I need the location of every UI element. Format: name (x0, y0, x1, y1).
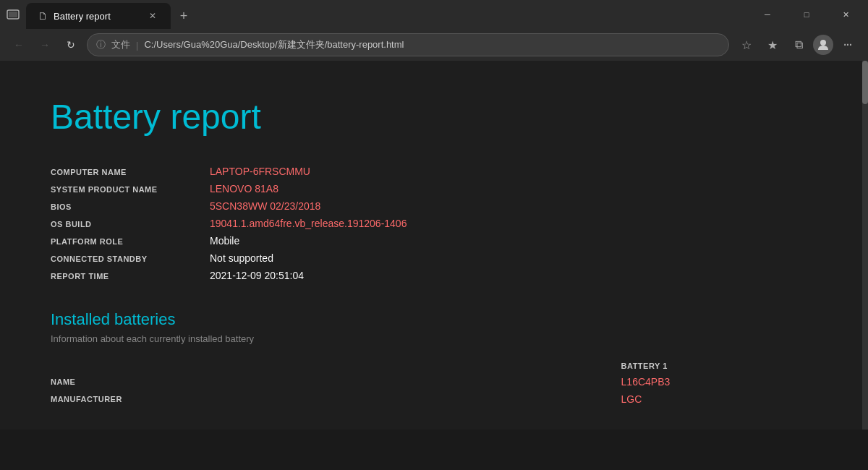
info-row: COMPUTER NAMELAPTOP-6FRSCMMU (51, 166, 817, 177)
toolbar-icons: ☆ ★ ⧉ ··· (735, 33, 859, 56)
forward-button[interactable]: → (35, 35, 55, 55)
info-icon: ⓘ (96, 38, 106, 51)
tab-title: Battery report (54, 11, 140, 22)
refresh-button[interactable]: ↻ (61, 35, 81, 55)
address-bar[interactable]: ⓘ 文件 | C:/Users/Gua%20Gua/Desktop/新建文件夹/… (87, 33, 729, 56)
collections-button[interactable]: ★ (761, 33, 784, 56)
battery-row-value: LGC (621, 390, 817, 408)
favorites-button[interactable]: ☆ (735, 33, 758, 56)
info-value: Not supported (210, 252, 273, 264)
svg-point-2 (820, 40, 826, 46)
active-tab[interactable]: 🗋 Battery report ✕ (26, 3, 171, 29)
battery-row-value: L16C4PB3 (621, 373, 817, 390)
battery-table-row: NAMEL16C4PB3 (51, 373, 817, 390)
battery-table: BATTERY 1NAMEL16C4PB3MANUFACTURERLGC (51, 359, 817, 408)
info-value: LENOVO 81A8 (210, 183, 278, 195)
info-value: 2021-12-09 20:51:04 (210, 270, 304, 281)
more-options-button[interactable]: ··· (836, 33, 859, 56)
installed-batteries-section: Installed batteries Information about ea… (51, 310, 817, 408)
battery-empty-header (51, 359, 621, 373)
url-text: C:/Users/Gua%20Gua/Desktop/新建文件夹/battery… (144, 38, 720, 51)
battery-col-header: BATTERY 1 (621, 359, 817, 373)
info-value: 5SCN38WW 02/23/2018 (210, 200, 320, 212)
title-bar: 🗋 Battery report ✕ + ─ □ ✕ (0, 0, 868, 29)
info-value: Mobile (210, 235, 239, 247)
info-row: CONNECTED STANDBYNot supported (51, 252, 817, 264)
separator: | (136, 40, 138, 51)
maximize-button[interactable]: □ (790, 3, 823, 26)
info-row: OS BUILD19041.1.amd64fre.vb_release.1912… (51, 218, 817, 229)
browser-chrome: 🗋 Battery report ✕ + ─ □ ✕ ← → ↻ ⓘ 文件 | … (0, 0, 868, 61)
tab-manager-button[interactable]: ⧉ (787, 33, 810, 56)
info-label: BIOS (51, 202, 210, 211)
tab-close-button[interactable]: ✕ (146, 9, 159, 22)
back-button[interactable]: ← (9, 35, 29, 55)
info-row: PLATFORM ROLEMobile (51, 235, 817, 247)
tab-doc-icon: 🗋 (38, 10, 48, 22)
browser-icon (6, 7, 20, 22)
profile-button[interactable] (813, 35, 833, 55)
window-controls: ─ □ ✕ (751, 3, 862, 26)
page-content: Battery report COMPUTER NAMELAPTOP-6FRSC… (0, 61, 868, 430)
info-label: COMPUTER NAME (51, 168, 210, 176)
file-label: 文件 (111, 38, 130, 51)
page-title: Battery report (51, 97, 817, 137)
scroll-thumb[interactable] (862, 61, 868, 104)
section-title: Installed batteries (51, 310, 817, 329)
info-row: REPORT TIME2021-12-09 20:51:04 (51, 270, 817, 281)
info-label: PLATFORM ROLE (51, 237, 210, 246)
title-bar-left (6, 7, 20, 22)
info-label: REPORT TIME (51, 272, 210, 281)
battery-row-label: MANUFACTURER (51, 390, 621, 408)
minimize-button[interactable]: ─ (751, 3, 784, 26)
tab-bar: 🗋 Battery report ✕ + (20, 0, 751, 29)
info-row: BIOS5SCN38WW 02/23/2018 (51, 200, 817, 212)
new-tab-button[interactable]: + (174, 6, 194, 26)
battery-table-row: MANUFACTURERLGC (51, 390, 817, 408)
close-button[interactable]: ✕ (829, 3, 862, 26)
battery-row-label: NAME (51, 373, 621, 390)
system-info-table: COMPUTER NAMELAPTOP-6FRSCMMUSYSTEM PRODU… (51, 166, 817, 281)
scrollbar[interactable] (862, 61, 868, 430)
info-value: 19041.1.amd64fre.vb_release.191206-1406 (210, 218, 407, 229)
info-label: OS BUILD (51, 220, 210, 228)
info-label: CONNECTED STANDBY (51, 255, 210, 263)
info-label: SYSTEM PRODUCT NAME (51, 185, 210, 194)
svg-rect-1 (9, 12, 17, 17)
info-value: LAPTOP-6FRSCMMU (210, 166, 310, 177)
info-row: SYSTEM PRODUCT NAMELENOVO 81A8 (51, 183, 817, 195)
section-subtitle: Information about each currently install… (51, 333, 817, 344)
address-bar-row: ← → ↻ ⓘ 文件 | C:/Users/Gua%20Gua/Desktop/… (0, 29, 868, 61)
